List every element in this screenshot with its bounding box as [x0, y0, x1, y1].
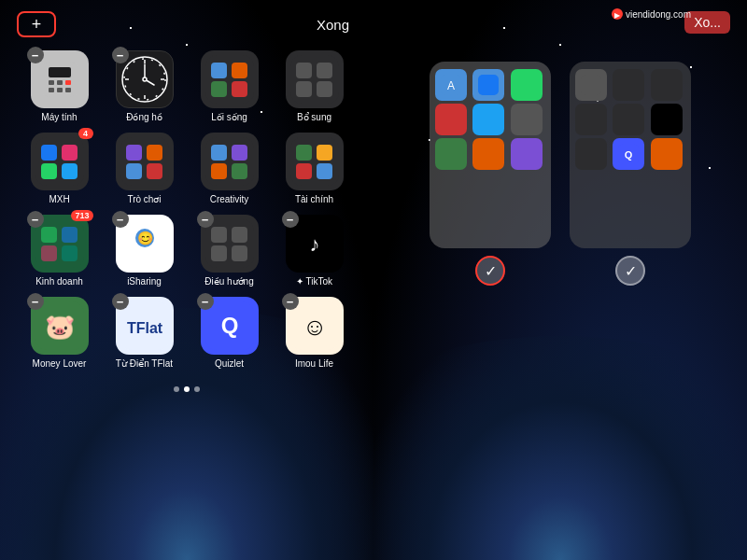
app-icon-wrap-quizlet: Q −: [201, 297, 259, 355]
remove-dot-tiktok[interactable]: −: [282, 211, 299, 228]
app-item-quizlet[interactable]: Q − Quizlet: [190, 297, 268, 370]
app-icon-lifestyle: [201, 50, 259, 108]
svg-rect-33: [126, 145, 142, 161]
remove-dot-business[interactable]: −: [27, 211, 44, 228]
app-item-tflat[interactable]: TFlat − Từ Điển TFlat: [106, 297, 183, 370]
app-icon-wrap-finance: [286, 133, 344, 190]
right-content: Xo... A: [374, 0, 747, 269]
svg-rect-75: [581, 75, 601, 95]
svg-rect-43: [296, 145, 312, 161]
svg-rect-36: [147, 163, 162, 179]
svg-rect-4: [65, 80, 71, 85]
app-item-finance[interactable]: Tài chính: [275, 133, 353, 205]
svg-text:▶: ▶: [614, 11, 621, 20]
remove-dot-moneylover[interactable]: −: [27, 293, 44, 310]
app-item-navigation[interactable]: − Điều hướng: [190, 215, 268, 287]
app-icon-wrap-imou: ☺ −: [286, 297, 344, 355]
svg-rect-39: [232, 145, 247, 161]
svg-rect-1: [49, 67, 71, 77]
app-icon-wrap-tiktok: ♪ −: [286, 215, 344, 273]
done-button-right[interactable]: Xo...: [684, 11, 730, 34]
app-icon-wrap-moneylover: 🐷 −: [31, 297, 89, 355]
app-item-extra[interactable]: Bổ sung: [275, 50, 353, 123]
app-item-mxh[interactable]: 4 MXH: [21, 133, 98, 205]
app-item-tiktok[interactable]: ♪ − ✦ TikTok: [275, 215, 353, 287]
svg-rect-30: [41, 163, 57, 179]
thumb-icon-t3: [435, 104, 467, 135]
app-label-moneylover: Money Lover: [33, 358, 87, 370]
app-item-creativity[interactable]: Creativity: [190, 133, 268, 205]
thumb-icon-p2-3: [651, 69, 683, 101]
svg-rect-19: [232, 63, 247, 78]
svg-rect-31: [62, 163, 78, 179]
remove-dot-navigation[interactable]: −: [197, 211, 214, 228]
app-icon-wrap-creativity: [201, 133, 259, 190]
svg-rect-45: [296, 163, 312, 179]
thumb-grid-1: A: [435, 69, 545, 170]
svg-rect-5: [49, 88, 54, 92]
remove-dot-quizlet[interactable]: −: [197, 293, 214, 310]
page-thumb-1[interactable]: A: [430, 62, 551, 248]
thumb-icon-t4: [472, 104, 504, 135]
remove-dot-clock[interactable]: −: [112, 47, 129, 63]
app-item-isharing[interactable]: 😊 − iSharing: [106, 215, 183, 287]
app-item-moneylover[interactable]: 🐷 − Money Lover: [21, 297, 98, 370]
remove-dot-tflat[interactable]: −: [112, 293, 129, 310]
svg-text:🐷: 🐷: [45, 312, 76, 342]
remove-dot-isharing[interactable]: −: [112, 211, 129, 228]
thumb-icon-t8: [511, 138, 543, 170]
svg-rect-48: [41, 227, 57, 243]
check-circle-page2[interactable]: ✓: [615, 256, 645, 286]
check-circle-page1[interactable]: ✓: [475, 256, 505, 286]
remove-dot-calculator[interactable]: −: [27, 47, 44, 63]
thumb-icon-t7: [472, 138, 504, 170]
thumb-icon-p2-quizlet: Q: [613, 138, 644, 170]
app-label-clock: Đồng hồ: [126, 112, 162, 123]
app-icon-creativity: [201, 133, 259, 190]
svg-point-12: [143, 77, 147, 81]
svg-text:Q: Q: [625, 149, 633, 161]
dot-1[interactable]: [174, 386, 179, 392]
dot-2[interactable]: [184, 386, 190, 392]
page-dots: [17, 386, 357, 392]
app-label-mxh: MXH: [49, 194, 69, 205]
app-icon-mxh: [31, 133, 89, 190]
svg-rect-41: [232, 163, 247, 179]
add-button[interactable]: +: [17, 11, 56, 37]
svg-text:A: A: [447, 79, 455, 92]
app-grid: − Máy tính: [17, 50, 357, 370]
svg-rect-56: [211, 227, 227, 243]
svg-rect-7: [65, 88, 71, 92]
thumb-icon-p2-tiktok: [651, 104, 683, 135]
remove-dot-imou[interactable]: −: [282, 293, 299, 310]
app-icon-wrap-clock: −: [116, 50, 174, 108]
app-icon-wrap-lifestyle: [201, 50, 259, 108]
thumb-icon-p2-1: [575, 69, 607, 101]
watermark: ▶ viendidong.com: [611, 7, 691, 21]
app-item-clock[interactable]: − Đồng hồ: [106, 50, 183, 123]
svg-rect-2: [49, 80, 54, 85]
dot-3[interactable]: [194, 386, 200, 392]
thumb-icon-p2-2: [613, 69, 644, 101]
app-item-games[interactable]: Trò chơi: [106, 133, 183, 205]
app-item-calculator[interactable]: − Máy tính: [21, 50, 98, 123]
page-thumb-2[interactable]: Q: [570, 62, 691, 248]
svg-rect-59: [232, 245, 247, 261]
svg-rect-74: [478, 75, 499, 95]
svg-text:😊: 😊: [136, 231, 153, 246]
thumb-icon-p2-7: [651, 138, 683, 170]
app-label-isharing: iSharing: [127, 276, 162, 287]
svg-rect-49: [62, 227, 78, 243]
app-item-business[interactable]: − 713 Kinh doanh: [21, 215, 98, 287]
svg-rect-20: [211, 81, 227, 97]
app-icon-wrap-business: − 713: [31, 215, 89, 273]
done-button-left[interactable]: Xong: [309, 13, 357, 36]
svg-rect-23: [296, 63, 312, 78]
thumb-icon-t6: [435, 138, 467, 170]
svg-rect-25: [296, 81, 312, 97]
app-icon-wrap-navigation: −: [201, 215, 259, 273]
app-item-imou[interactable]: ☺ − Imou Life: [275, 297, 353, 370]
app-item-lifestyle[interactable]: Lối sống: [190, 50, 268, 123]
thumb-icon-p2-4: [575, 104, 607, 135]
app-icon-wrap-isharing: 😊 −: [116, 215, 174, 273]
